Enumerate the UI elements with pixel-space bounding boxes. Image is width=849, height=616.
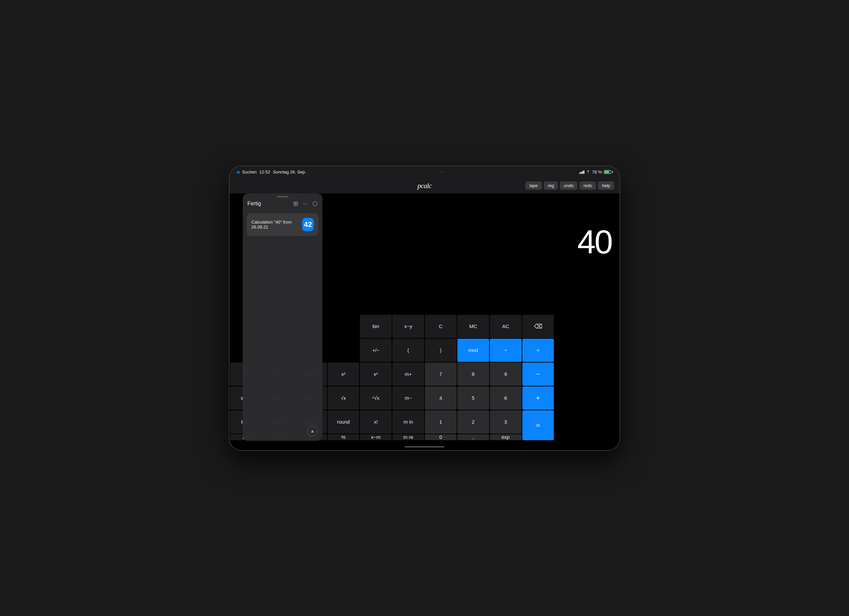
wifi-icon: ⇡ xyxy=(586,170,590,175)
reg-button[interactable]: reg xyxy=(544,182,558,190)
drawer-top: Fertig ⊞ ··· ⬡ xyxy=(243,193,322,211)
app-area: pcalc tape reg undo redo help 40 bin x~y… xyxy=(229,178,620,450)
5-button[interactable]: 5 xyxy=(457,386,489,410)
status-right: ⇡ 78 % xyxy=(579,170,613,175)
backspace-button[interactable]: ⌫ xyxy=(522,315,554,338)
xy-button[interactable]: x~y xyxy=(392,315,424,338)
drawer-panel: Fertig ⊞ ··· ⬡ Calculation "40" from 26.… xyxy=(243,193,322,441)
empty-12 xyxy=(587,339,619,362)
empty-16 xyxy=(587,386,619,410)
nthroot-button[interactable]: ⁿ√x xyxy=(360,386,392,410)
mc-button[interactable]: MC xyxy=(457,315,489,338)
plus-minus-button[interactable]: +/− xyxy=(360,339,392,362)
1-button[interactable]: 1 xyxy=(425,410,457,434)
empty-6 xyxy=(587,315,619,338)
min-button[interactable]: m in xyxy=(392,410,424,434)
calc-header: pcalc tape reg undo redo help xyxy=(229,178,620,193)
divide-button[interactable]: ÷ xyxy=(490,339,522,362)
multiply-button[interactable]: × xyxy=(522,339,554,362)
empty-19 xyxy=(554,434,586,440)
xm-button[interactable]: x~m xyxy=(360,434,392,440)
minus-button[interactable]: − xyxy=(522,362,554,386)
device-frame: ◀ Suchen 12:52 Sonntag 26. Sep. ··· ⇡ 78… xyxy=(229,166,620,451)
status-dots: ··· xyxy=(440,170,445,175)
status-bar: ◀ Suchen 12:52 Sonntag 26. Sep. ··· ⇡ 78… xyxy=(229,166,620,178)
x-squared-button[interactable]: x² xyxy=(328,362,359,386)
status-left: ◀ Suchen 12:52 Sonntag 26. Sep. xyxy=(236,170,306,175)
calculation-card[interactable]: Calculation "40" from 26.09.21 42 xyxy=(247,213,318,236)
0-button[interactable]: 0 xyxy=(425,434,457,440)
grid-icon-button[interactable]: ⊞ xyxy=(293,200,298,207)
equals-button[interactable]: ＝ xyxy=(522,410,554,440)
comma-button[interactable]: , xyxy=(457,434,489,440)
xn-button[interactable]: xⁿ xyxy=(360,362,392,386)
search-label: Suchen xyxy=(242,170,257,175)
drawer-icons: ⊞ ··· ⬡ xyxy=(293,200,318,207)
undo-button[interactable]: undo xyxy=(560,182,577,190)
open-paren-button[interactable]: ( xyxy=(392,339,424,362)
redo-button[interactable]: redo xyxy=(579,182,596,190)
factorial-button[interactable]: x! xyxy=(360,410,392,434)
7-button[interactable]: 7 xyxy=(425,362,457,386)
4-button[interactable]: 4 xyxy=(425,386,457,410)
drawer-toolbar: Fertig ⊞ ··· ⬡ xyxy=(243,200,322,211)
drawer-done-button[interactable]: Fertig xyxy=(247,201,261,207)
ac-button[interactable]: AC xyxy=(490,315,522,338)
share-icon-button[interactable]: ⬡ xyxy=(313,200,318,207)
empty-18 xyxy=(587,410,619,434)
tape-button[interactable]: tape xyxy=(525,182,542,190)
drawer-handle[interactable] xyxy=(277,196,289,197)
6-button[interactable]: 6 xyxy=(490,386,522,410)
empty-4 xyxy=(328,315,359,338)
status-date: Sonntag 26. Sep. xyxy=(273,170,306,175)
calc-card-text: Calculation "40" from 26.09.21 xyxy=(252,219,302,230)
calc-logo: pcalc xyxy=(417,182,432,190)
navigate-icon[interactable]: ▲ xyxy=(307,426,318,436)
sqrt-button[interactable]: √x xyxy=(328,386,359,410)
3-button[interactable]: 3 xyxy=(490,410,522,434)
exp-button[interactable]: exp xyxy=(490,434,522,440)
plus-button[interactable]: + xyxy=(522,386,554,410)
battery-percent: 78 % xyxy=(592,170,602,175)
mminus-button[interactable]: m− xyxy=(392,386,424,410)
mplus-button[interactable]: m+ xyxy=(392,362,424,386)
back-arrow-icon[interactable]: ◀ xyxy=(236,170,240,175)
empty-15 xyxy=(554,386,586,410)
help-button[interactable]: help xyxy=(598,182,614,190)
8-button[interactable]: 8 xyxy=(457,362,489,386)
bin-button[interactable]: bin xyxy=(360,315,392,338)
empty-13 xyxy=(554,362,586,386)
more-icon-button[interactable]: ··· xyxy=(303,200,308,207)
2-button[interactable]: 2 xyxy=(457,410,489,434)
empty-11 xyxy=(554,339,586,362)
home-indicator xyxy=(405,446,444,447)
round-button[interactable]: round xyxy=(328,410,359,434)
calc-header-buttons: tape reg undo redo help xyxy=(525,182,614,190)
mod-button[interactable]: mod xyxy=(457,339,489,362)
9-button[interactable]: 9 xyxy=(490,362,522,386)
calc-card-badge: 42 xyxy=(302,218,314,231)
display-value: 40 xyxy=(577,223,612,261)
signal-bars-icon xyxy=(579,170,584,174)
empty-17 xyxy=(554,410,586,434)
empty-10 xyxy=(328,339,359,362)
close-paren-button[interactable]: ) xyxy=(425,339,457,362)
battery-icon xyxy=(604,170,613,174)
mre-button[interactable]: m re xyxy=(392,434,424,440)
empty-5 xyxy=(554,315,586,338)
c-button[interactable]: C xyxy=(425,315,457,338)
empty-20 xyxy=(587,434,619,440)
percent-button[interactable]: % xyxy=(328,434,359,440)
status-time: 12:52 xyxy=(259,170,270,175)
empty-14 xyxy=(587,362,619,386)
